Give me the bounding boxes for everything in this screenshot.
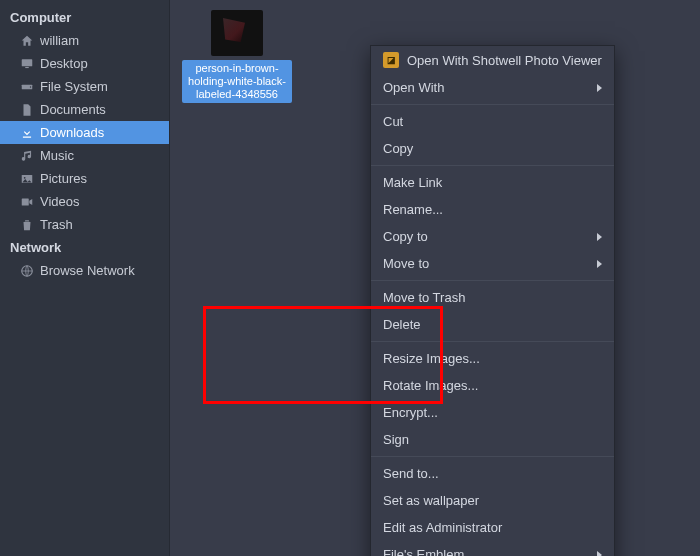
network-icon xyxy=(20,264,34,278)
chevron-right-icon xyxy=(597,84,602,92)
sidebar: Computer william Desktop File System Doc… xyxy=(0,0,170,556)
sidebar-item-label: Browse Network xyxy=(40,263,135,278)
menu-label: Copy xyxy=(383,141,602,156)
menu-delete[interactable]: Delete xyxy=(371,311,614,338)
menu-files-emblem[interactable]: File's Emblem xyxy=(371,541,614,556)
sidebar-item-label: william xyxy=(40,33,79,48)
svg-rect-1 xyxy=(25,66,29,67)
desktop-icon xyxy=(20,57,34,71)
menu-rotate-images[interactable]: Rotate Images... xyxy=(371,372,614,399)
menu-label: Move to Trash xyxy=(383,290,602,305)
menu-make-link[interactable]: Make Link xyxy=(371,169,614,196)
menu-rename[interactable]: Rename... xyxy=(371,196,614,223)
menu-label: Set as wallpaper xyxy=(383,493,602,508)
chevron-right-icon xyxy=(597,233,602,241)
context-menu: ◪ Open With Shotwell Photo Viewer Open W… xyxy=(370,45,615,556)
menu-separator xyxy=(371,341,614,342)
sidebar-heading-network: Network xyxy=(0,236,169,259)
sidebar-item-label: Music xyxy=(40,148,74,163)
menu-separator xyxy=(371,456,614,457)
sidebar-item-label: Documents xyxy=(40,102,106,117)
sidebar-item-label: Videos xyxy=(40,194,80,209)
menu-copy-to[interactable]: Copy to xyxy=(371,223,614,250)
menu-label: Move to xyxy=(383,256,597,271)
download-icon xyxy=(20,126,34,140)
menu-label: File's Emblem xyxy=(383,547,597,556)
sidebar-item-home[interactable]: william xyxy=(0,29,169,52)
menu-label: Make Link xyxy=(383,175,602,190)
music-icon xyxy=(20,149,34,163)
menu-label: Resize Images... xyxy=(383,351,602,366)
sidebar-item-label: Trash xyxy=(40,217,73,232)
menu-label: Edit as Administrator xyxy=(383,520,602,535)
menu-sign[interactable]: Sign xyxy=(371,426,614,453)
svg-rect-0 xyxy=(22,59,33,66)
main-pane: person-in-brown-holding-white-black-labe… xyxy=(170,0,700,556)
menu-separator xyxy=(371,165,614,166)
menu-encrypt[interactable]: Encrypt... xyxy=(371,399,614,426)
menu-open-with[interactable]: Open With xyxy=(371,74,614,101)
file-label: person-in-brown-holding-white-black-labe… xyxy=(182,60,292,103)
trash-icon xyxy=(20,218,34,232)
sidebar-item-music[interactable]: Music xyxy=(0,144,169,167)
sidebar-item-filesystem[interactable]: File System xyxy=(0,75,169,98)
sidebar-item-label: Downloads xyxy=(40,125,104,140)
sidebar-item-desktop[interactable]: Desktop xyxy=(0,52,169,75)
chevron-right-icon xyxy=(597,260,602,268)
menu-label: Rename... xyxy=(383,202,602,217)
home-icon xyxy=(20,34,34,48)
shotwell-icon: ◪ xyxy=(383,52,399,68)
picture-icon xyxy=(20,172,34,186)
menu-edit-as-admin[interactable]: Edit as Administrator xyxy=(371,514,614,541)
drive-icon xyxy=(20,80,34,94)
menu-label: Rotate Images... xyxy=(383,378,602,393)
menu-label: Encrypt... xyxy=(383,405,602,420)
sidebar-item-trash[interactable]: Trash xyxy=(0,213,169,236)
sidebar-item-documents[interactable]: Documents xyxy=(0,98,169,121)
sidebar-item-browse-network[interactable]: Browse Network xyxy=(0,259,169,282)
menu-label: Sign xyxy=(383,432,602,447)
file-item[interactable]: person-in-brown-holding-white-black-labe… xyxy=(182,10,292,103)
menu-cut[interactable]: Cut xyxy=(371,108,614,135)
sidebar-item-downloads[interactable]: Downloads xyxy=(0,121,169,144)
menu-label: Delete xyxy=(383,317,602,332)
menu-label: Open With Shotwell Photo Viewer xyxy=(407,53,602,68)
menu-separator xyxy=(371,104,614,105)
sidebar-item-label: File System xyxy=(40,79,108,94)
menu-open-with-shotwell[interactable]: ◪ Open With Shotwell Photo Viewer xyxy=(371,46,614,74)
chevron-right-icon xyxy=(597,551,602,557)
file-thumbnail xyxy=(211,10,263,56)
menu-label: Cut xyxy=(383,114,602,129)
sidebar-item-label: Desktop xyxy=(40,56,88,71)
sidebar-item-videos[interactable]: Videos xyxy=(0,190,169,213)
menu-label: Send to... xyxy=(383,466,602,481)
svg-point-3 xyxy=(30,86,31,87)
menu-copy[interactable]: Copy xyxy=(371,135,614,162)
menu-move-to-trash[interactable]: Move to Trash xyxy=(371,284,614,311)
menu-label: Copy to xyxy=(383,229,597,244)
menu-resize-images[interactable]: Resize Images... xyxy=(371,345,614,372)
menu-send-to[interactable]: Send to... xyxy=(371,460,614,487)
menu-set-wallpaper[interactable]: Set as wallpaper xyxy=(371,487,614,514)
sidebar-heading-computer: Computer xyxy=(0,6,169,29)
video-icon xyxy=(20,195,34,209)
menu-separator xyxy=(371,280,614,281)
svg-point-5 xyxy=(24,176,26,178)
menu-label: Open With xyxy=(383,80,597,95)
menu-move-to[interactable]: Move to xyxy=(371,250,614,277)
doc-icon xyxy=(20,103,34,117)
sidebar-item-pictures[interactable]: Pictures xyxy=(0,167,169,190)
sidebar-item-label: Pictures xyxy=(40,171,87,186)
svg-rect-6 xyxy=(22,198,29,205)
